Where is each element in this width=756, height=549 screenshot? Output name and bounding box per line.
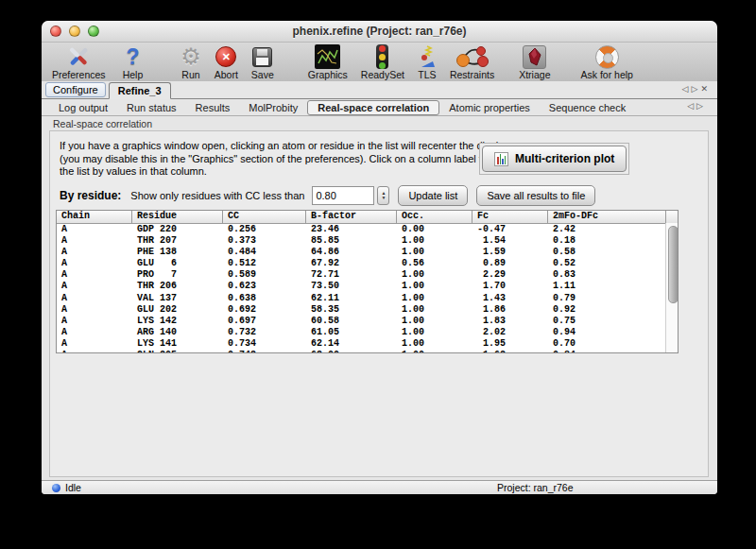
table-cell: 0.75 — [548, 316, 666, 327]
column-header-cc[interactable]: CC — [223, 211, 306, 223]
tab-close-button[interactable]: ✕ — [700, 84, 711, 94]
column-header-fc[interactable]: Fc — [472, 211, 548, 223]
table-row[interactable]: AGLU 60.51267.920.56 0.890.52 — [57, 258, 678, 269]
table-cell: 72.71 — [306, 269, 397, 281]
cc-filter-label: Show only residues with CC less than — [130, 190, 304, 201]
table-scrollbar[interactable] — [665, 223, 678, 352]
graphics-button[interactable]: Graphics — [303, 44, 352, 80]
tab-log-output[interactable]: Log output — [49, 101, 117, 114]
tab-run-status[interactable]: Run status — [117, 101, 186, 114]
table-cell: 58.35 — [306, 304, 397, 316]
table-cell: 0.623 — [223, 281, 306, 292]
table-row[interactable]: ATHR 2060.62373.501.00 1.701.11 — [57, 281, 678, 292]
table-row[interactable]: ALYS 1420.69760.581.00 1.830.75 — [57, 316, 678, 327]
table-cell: 0.373 — [223, 235, 306, 247]
table-cell: 1.00 — [397, 235, 472, 247]
table-row[interactable]: AGLU 2020.69258.351.00 1.860.92 — [57, 304, 678, 316]
xtriage-button[interactable]: Xtriage — [514, 44, 555, 80]
lifebuoy-icon — [595, 44, 619, 69]
table-cell: 1.86 — [472, 304, 548, 316]
gear-icon: ⚙ — [180, 44, 201, 69]
table-cell: 0.00 — [397, 224, 472, 235]
table-cell: GLU 6 — [132, 258, 223, 269]
tab-scroll-right-button[interactable]: ▷ — [692, 84, 701, 94]
tab-scroll-left-button[interactable]: ◁ — [682, 84, 692, 94]
tab-molprobity[interactable]: MolProbity — [239, 101, 307, 114]
table-cell: 0.52 — [548, 258, 666, 269]
save-all-results-button[interactable]: Save all results to file — [476, 185, 595, 206]
table-cell: 0.89 — [472, 258, 548, 269]
table-row[interactable]: AGDP 2200.25623.460.00-0.472.42 — [57, 224, 678, 235]
table-row[interactable]: ALYS 1410.73462.141.00 1.950.70 — [57, 338, 678, 350]
tools-icon — [64, 44, 93, 69]
tab-refine-3[interactable]: Refine_3 — [109, 82, 171, 99]
table-row[interactable]: ATHR 2070.37385.851.00 1.540.18 — [57, 235, 678, 247]
table-cell: 2.02 — [472, 327, 548, 338]
title-bar[interactable]: phenix.refine (Project: ran_r76e) — [42, 21, 717, 43]
table-cell: 0.18 — [548, 235, 666, 247]
column-header-chain[interactable]: Chain — [57, 211, 132, 223]
table-cell: LYS 142 — [132, 316, 223, 327]
table-row[interactable]: AVAL 1370.63862.111.00 1.430.79 — [57, 293, 678, 304]
table-cell: A — [57, 350, 132, 353]
table-cell: 0.743 — [223, 350, 306, 353]
table-cell: 23.46 — [306, 224, 397, 235]
table-cell: 1.62 — [472, 350, 548, 353]
table-cell: 0.692 — [223, 304, 306, 316]
table-cell: A — [57, 224, 132, 235]
table-cell: A — [57, 316, 132, 327]
column-header-b-factor[interactable]: B-factor — [306, 211, 397, 223]
table-cell: 0.256 — [223, 224, 306, 235]
table-cell: 1.00 — [397, 269, 472, 281]
tls-button[interactable]: TLS — [413, 44, 441, 80]
ask-for-help-button[interactable]: Ask for help — [576, 44, 637, 80]
column-header-2mfo-dfc[interactable]: 2mFo-DFc — [548, 211, 666, 223]
tab-atomic-properties[interactable]: Atomic properties — [439, 101, 540, 114]
tab-real-space-correlation[interactable]: Real-space correlation — [307, 100, 439, 115]
scrollbar-thumb[interactable] — [668, 226, 679, 303]
table-cell: PRO 7 — [132, 269, 223, 281]
cc-threshold-input[interactable] — [312, 186, 374, 205]
save-button[interactable]: Save — [247, 44, 279, 80]
table-cell: GLN 205 — [132, 350, 223, 353]
run-button[interactable]: ⚙ Run — [176, 44, 206, 80]
stop-x-icon: ✕ — [215, 44, 236, 69]
tab-results[interactable]: Results — [186, 101, 240, 114]
table-row[interactable]: AARG 1400.73261.051.00 2.020.94 — [57, 327, 678, 338]
update-list-button[interactable]: Update list — [398, 185, 468, 206]
table-cell: 0.697 — [223, 316, 306, 327]
table-cell: A — [57, 327, 132, 338]
cc-threshold-stepper[interactable]: ▲▼ — [377, 186, 389, 205]
subtab-scroll-right-button[interactable]: ▷ — [696, 101, 706, 111]
tab-configure[interactable]: Configure — [45, 82, 106, 97]
table-cell: 0.512 — [223, 258, 306, 269]
window-title: phenix.refine (Project: ran_r76e) — [42, 25, 717, 38]
residue-table: Chain Residue CC B-factor Occ. Fc 2mFo-D… — [56, 210, 679, 353]
table-row[interactable]: APRO 70.58972.711.00 2.290.83 — [57, 269, 678, 281]
help-button[interactable]: ? Help — [118, 44, 148, 80]
project-label: Project: ran_r76e — [497, 482, 574, 493]
table-cell: GLU 202 — [132, 304, 223, 316]
section-label: Real-space correlation — [53, 118, 152, 129]
readyset-button[interactable]: ReadySet — [356, 44, 409, 80]
by-residue-label: By residue: — [60, 189, 121, 202]
status-led-icon — [52, 484, 60, 492]
column-header-occ[interactable]: Occ. — [397, 211, 472, 223]
main-tab-bar: Configure Refine_3 ◁▷✕ — [42, 81, 717, 99]
table-cell: -0.47 — [472, 224, 548, 235]
restraints-button[interactable]: Restraints — [445, 44, 499, 80]
table-row[interactable]: AGLN 2050.74363.001.00 1.620.84 — [57, 350, 678, 353]
table-cell: A — [57, 258, 132, 269]
app-window: phenix.refine (Project: ran_r76e) Prefer… — [42, 21, 717, 494]
preferences-button[interactable]: Preferences — [47, 44, 111, 80]
table-cell: 0.79 — [548, 293, 666, 304]
subtab-scroll-left-button[interactable]: ◁ — [687, 101, 696, 111]
column-header-residue[interactable]: Residue — [132, 211, 223, 223]
tab-sequence-check[interactable]: Sequence check — [540, 101, 635, 114]
table-cell: GDP 220 — [132, 224, 223, 235]
table-cell: 85.85 — [306, 235, 397, 247]
abort-button[interactable]: ✕ Abort — [210, 44, 243, 80]
table-cell: 64.86 — [306, 247, 397, 258]
table-row[interactable]: APHE 1380.48464.861.00 1.590.58 — [57, 247, 678, 258]
multi-criterion-plot-button[interactable]: Multi-criterion plot — [482, 146, 627, 172]
